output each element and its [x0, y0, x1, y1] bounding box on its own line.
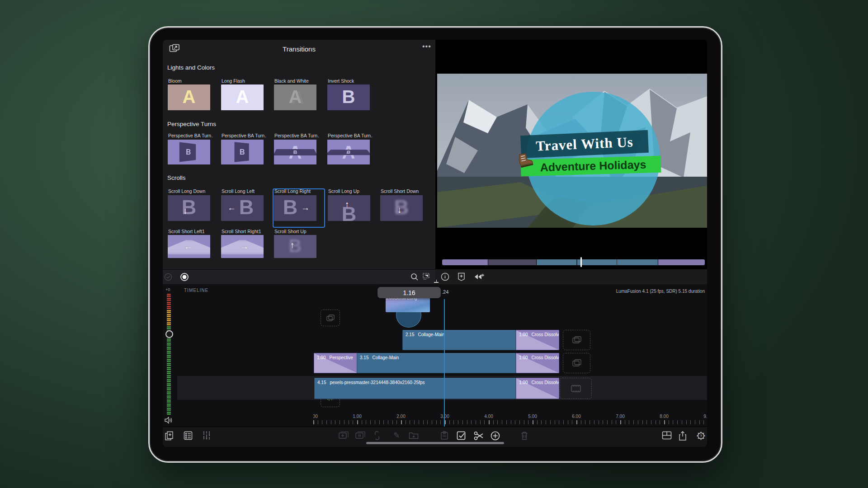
audio-meter-column: +0 [163, 284, 177, 427]
section-header-lights-and-colors: Lights and Colors [167, 64, 215, 71]
playhead-timecode: .24 [442, 289, 448, 295]
paste-icon[interactable] [440, 431, 451, 441]
up-arrow-icon: ↑ [345, 200, 349, 210]
scrub-segment-purple2[interactable] [658, 259, 705, 265]
next-clip-placeholder-t1[interactable] [563, 330, 590, 350]
transition-label: Scroll Long Down [168, 188, 213, 194]
transition-label: Invert Shock [328, 78, 373, 84]
timeline-clip-pexels-main[interactable]: 4.15pexels-pressmaster-3214448-3840x2160… [314, 378, 516, 399]
transition-tile-perspective-1[interactable]: B [168, 140, 210, 164]
share-icon[interactable] [679, 431, 689, 441]
timeline-label: TIMELINE [184, 288, 208, 293]
transition-tile-scroll-long-left[interactable]: B ← [221, 195, 264, 221]
ruler-label: 2.00 [395, 414, 407, 419]
timeline-transition-cross-dissolve-t3[interactable]: 1.00Cross Dissolve [516, 378, 559, 399]
ruler-label: 7.00 [614, 414, 627, 419]
transition-label: Bloom [168, 78, 213, 84]
transition-label: Scroll Short Up [274, 229, 320, 234]
tile-letter: B [327, 87, 370, 107]
transition-label: Scroll Long Left [222, 188, 267, 194]
search-icon[interactable] [410, 273, 419, 281]
clip-duration: 2.15 [406, 332, 414, 337]
clip-duration: 1.00 [519, 332, 528, 337]
timeline-transition-perspective-t2[interactable]: 1.00Perspective [314, 353, 358, 373]
transition-tile-invert-shock[interactable]: B [327, 84, 370, 110]
timeline-playhead[interactable] [444, 299, 445, 427]
tile-letter: B [327, 150, 370, 155]
transition-label: Scroll Short Right1 [222, 229, 267, 234]
scrub-segment-blue[interactable] [537, 259, 658, 265]
track-headers-icon[interactable] [184, 431, 194, 441]
transition-tile-perspective-4[interactable]: A B [327, 140, 370, 164]
ruler-label: 3.00 [439, 414, 451, 419]
home-indicator[interactable] [366, 442, 504, 444]
clip-name: Cross Dissolve [531, 355, 559, 360]
timeline-clip-collage-main-t2[interactable]: 3.15Collage-Main [357, 353, 516, 373]
transition-tile-long-flash[interactable]: A [221, 84, 264, 110]
clip-duration: 1.00 [519, 380, 528, 385]
tile-letter: B [274, 149, 316, 155]
audio-level-meter [167, 294, 171, 415]
scrub-segment-dark[interactable] [488, 259, 536, 265]
subtitle-text: Adventure Holidays [540, 158, 646, 174]
timeline-clip-collage-main-t1[interactable]: 2.15Collage-Main [402, 330, 516, 350]
insert-clip-icon[interactable] [339, 431, 349, 441]
transition-settings-icon[interactable] [423, 273, 431, 281]
edit-pencil-icon[interactable]: ✎ [391, 431, 402, 441]
transition-tile-scroll-long-up[interactable]: B ↑ [328, 195, 370, 221]
timeline-ruler[interactable]: 0.001.002.003.004.005.006.007.008.009.00 [313, 414, 707, 419]
transition-tile-scroll-short-down[interactable]: B ↓ [380, 195, 423, 221]
transition-tile-bloom[interactable]: A [168, 84, 210, 110]
svg-text:?: ? [700, 434, 702, 438]
link-clips-icon[interactable] [373, 431, 384, 441]
next-clip-placeholder-main[interactable] [560, 378, 592, 399]
favorite-folder-icon[interactable] [409, 431, 420, 441]
timeline-transition-cross-dissolve-t2[interactable]: 1.00Cross Dissolve [516, 353, 559, 373]
trash-icon[interactable] [520, 431, 531, 441]
transition-tile-scroll-long-right-selected[interactable]: B → [274, 195, 316, 221]
transition-tile-scroll-short-right1[interactable]: → [221, 235, 264, 258]
scrub-segment-purple[interactable] [442, 259, 488, 265]
transition-label: Perspective BA Turn… [274, 133, 320, 138]
video-preview[interactable]: Travel With Us Adventure Holidays [437, 74, 707, 228]
add-plus-icon[interactable] [491, 431, 501, 441]
settings-gear-icon[interactable]: ? [696, 431, 707, 441]
transition-tile-scroll-short-left1[interactable]: ← [168, 235, 210, 258]
preview-loop-icon[interactable] [164, 273, 172, 281]
transition-label: Scroll Short Down [381, 188, 426, 194]
transition-tile-black-and-white[interactable]: A [274, 84, 316, 110]
ruler-label: 6.00 [570, 414, 583, 419]
transition-label: Perspective BA Turn… [168, 133, 213, 138]
tile-letter: B [274, 196, 316, 219]
transition-tile-perspective-3[interactable]: A B [274, 140, 316, 164]
layout-panels-icon[interactable] [662, 431, 673, 441]
speaker-icon[interactable] [165, 417, 173, 424]
panel-title: Transitions [163, 45, 435, 53]
transition-tile-scroll-short-up[interactable]: B ↑ [274, 235, 316, 258]
transition-tile-perspective-2[interactable]: B [221, 140, 264, 164]
next-clip-placeholder-t2[interactable] [563, 353, 590, 373]
transport-bar: ↶ ↷ [435, 269, 707, 285]
overlay-track-placeholder[interactable] [321, 310, 340, 326]
insert-multiple-icon[interactable] [355, 431, 366, 441]
bookmark-add-icon[interactable] [458, 272, 468, 282]
new-project-icon[interactable] [165, 431, 175, 441]
drag-duration-tooltip: 1.16 [377, 287, 441, 298]
transition-tile-scroll-long-down[interactable]: B ↓ [168, 195, 210, 221]
app-screen: • • • 100% Transitions ••• Lights and Co… [163, 40, 707, 447]
info-icon[interactable] [441, 272, 452, 282]
timeline-ruler-ticks [313, 420, 707, 424]
select-checkbox-icon[interactable] [457, 431, 467, 441]
clip-duration: 3.15 [360, 355, 368, 360]
record-preview-icon[interactable] [180, 272, 189, 282]
volume-knob[interactable] [165, 330, 173, 338]
timeline-transition-cross-dissolve-t1[interactable]: 1.00Cross Dissolve [516, 330, 559, 350]
audition-add-icon[interactable] [473, 272, 487, 282]
bottom-toolbar: ✎ ? [163, 427, 707, 447]
more-options-button[interactable]: ••• [422, 42, 431, 51]
split-scissors-icon[interactable] [474, 431, 485, 441]
title-text: Travel With Us [536, 134, 634, 154]
scrub-playhead[interactable] [580, 257, 582, 267]
audio-mixer-icon[interactable] [202, 431, 213, 441]
preview-pane: Travel With Us Adventure Holidays [435, 40, 707, 284]
